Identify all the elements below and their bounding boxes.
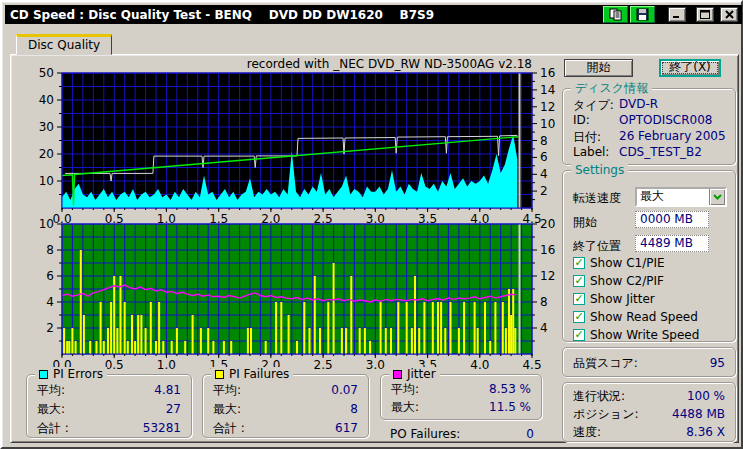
- minimize-icon: [672, 10, 682, 19]
- progress-group: 進行状況:100 % ポジション:4488 MB 速度:8.36 X: [562, 382, 736, 442]
- pi-failures-group: PI Failures 平均:0.07 最大:8 合計 :617: [202, 374, 369, 438]
- svg-text:4.5: 4.5: [522, 358, 541, 369]
- svg-text:12: 12: [540, 100, 555, 114]
- start-position-label: 開始: [573, 214, 597, 231]
- po-failures-label: PO Failures:: [390, 427, 460, 441]
- disc-info-row: Label:CDS_TEST_B2: [573, 145, 702, 159]
- pi-failures-swatch-icon: [215, 370, 224, 379]
- svg-text:50: 50: [39, 66, 54, 80]
- checkbox-check-icon: ✓: [573, 293, 585, 305]
- svg-text:4.0: 4.0: [470, 358, 489, 369]
- svg-text:16: 16: [540, 66, 555, 80]
- svg-text:1.0: 1.0: [157, 358, 176, 369]
- svg-text:12: 12: [540, 269, 555, 283]
- svg-text:8: 8: [46, 243, 54, 257]
- svg-text:4: 4: [46, 295, 54, 309]
- window-title: CD Speed : Disc Quality Test - BENQ DVD …: [5, 8, 601, 22]
- end-position-field[interactable]: 4489 MB: [635, 235, 709, 252]
- quality-score-group: 品質スコア: 95: [562, 347, 736, 377]
- svg-text:4: 4: [540, 321, 548, 335]
- titlebar-buttons: [601, 5, 742, 24]
- save-button[interactable]: [630, 6, 655, 23]
- disc-info-row: タイプ:DVD-R: [573, 97, 658, 114]
- stat-row: 最大:11.5 %: [391, 398, 531, 416]
- progress-row: 進行状況:100 %: [573, 387, 725, 405]
- svg-text:14: 14: [540, 83, 555, 97]
- po-failures-value: 0: [526, 427, 534, 441]
- checkbox-check-icon: ✓: [573, 311, 585, 323]
- svg-text:4: 4: [540, 167, 548, 181]
- svg-text:8: 8: [540, 295, 548, 309]
- maximize-button[interactable]: [696, 7, 714, 22]
- svg-text:2.5: 2.5: [314, 358, 333, 369]
- svg-text:0.5: 0.5: [105, 358, 124, 369]
- jitter-title: Jitter: [407, 367, 436, 381]
- end-position-label: 終了位置: [573, 238, 621, 255]
- copy-to-clipboard-button[interactable]: [603, 6, 628, 23]
- transfer-speed-select[interactable]: 最大: [635, 187, 727, 207]
- checkbox-show-c2-pif[interactable]: ✓Show C2/PIF: [573, 274, 664, 288]
- start-button[interactable]: 開始: [564, 59, 633, 77]
- close-icon: [725, 10, 734, 19]
- save-icon: [636, 8, 649, 21]
- svg-text:2: 2: [46, 321, 54, 335]
- progress-row: 速度:8.36 X: [573, 423, 725, 441]
- disc-info-row: ID:OPTODISCR008: [573, 113, 712, 127]
- svg-text:40: 40: [39, 93, 54, 107]
- svg-text:3.0: 3.0: [366, 358, 385, 369]
- svg-text:6: 6: [540, 150, 548, 164]
- svg-text:10: 10: [39, 217, 54, 231]
- checkbox-show-jitter[interactable]: ✓Show Jitter: [573, 292, 655, 306]
- exit-button[interactable]: 終了(X): [659, 59, 721, 77]
- minimize-button[interactable]: [668, 7, 686, 22]
- quality-score-value: 95: [710, 356, 725, 370]
- jitter-swatch-icon: [393, 370, 402, 379]
- pi-errors-swatch-icon: [39, 370, 48, 379]
- svg-text:20: 20: [39, 147, 54, 161]
- svg-text:10: 10: [39, 174, 54, 188]
- stat-row: 最大:8: [213, 400, 358, 418]
- stat-row: 合計 :53281: [37, 419, 181, 437]
- svg-text:2: 2: [540, 184, 548, 198]
- chevron-down-icon: [713, 194, 722, 200]
- start-position-field[interactable]: 0000 MB: [635, 211, 709, 228]
- svg-text:6: 6: [46, 269, 54, 283]
- svg-text:16: 16: [540, 243, 555, 257]
- stat-row: 平均:4.81: [37, 381, 181, 399]
- stat-row: 平均:8.53 %: [391, 380, 531, 398]
- checkbox-check-icon: ✓: [573, 275, 585, 287]
- copy-icon: [609, 8, 623, 21]
- svg-text:10: 10: [540, 117, 555, 131]
- stat-row: 平均:0.07: [213, 381, 358, 399]
- pi-errors-group: PI Errors 平均:4.81 最大:27 合計 :53281: [26, 374, 192, 438]
- checkbox-check-icon: ✓: [573, 257, 585, 269]
- svg-text:20: 20: [540, 217, 555, 231]
- checkbox-show-write-speed[interactable]: ✓Show Write Speed: [573, 328, 699, 342]
- stat-row: 最大:27: [37, 400, 181, 418]
- transfer-speed-label: 転送速度: [573, 190, 621, 207]
- disc-info-group: ディスク情報 タイプ:DVD-R ID:OPTODISCR008 日付:26 F…: [562, 88, 736, 165]
- checkbox-show-c1-pie[interactable]: ✓Show C1/PIE: [573, 256, 665, 270]
- svg-text:8: 8: [540, 134, 548, 148]
- svg-text:30: 30: [39, 120, 54, 134]
- settings-group: Settings 転送速度 最大 開始 0000 MB 終了位置 4489 MB…: [562, 170, 736, 342]
- checkbox-show-read-speed[interactable]: ✓Show Read Speed: [573, 310, 698, 324]
- quality-score-label: 品質スコア:: [573, 355, 638, 372]
- disc-info-title: ディスク情報: [571, 81, 652, 95]
- maximize-icon: [700, 10, 710, 19]
- pi-failures-jitter-plot: 0.00.51.01.52.02.53.03.54.04.52468104812…: [20, 209, 565, 369]
- settings-title: Settings: [571, 163, 628, 177]
- pi-failures-title: PI Failures: [229, 367, 289, 381]
- close-button[interactable]: [720, 7, 738, 22]
- transfer-speed-value: 最大: [637, 189, 709, 205]
- pi-errors-speed-chart: 0.00.51.01.52.02.53.03.54.04.51020304050…: [20, 58, 565, 231]
- title-bar: CD Speed : Disc Quality Test - BENQ DVD …: [5, 5, 742, 24]
- jitter-group: Jitter 平均:8.53 % 最大:11.5 %: [380, 374, 542, 420]
- app-window: CD Speed : Disc Quality Test - BENQ DVD …: [0, 0, 743, 449]
- checkbox-check-icon: ✓: [573, 329, 585, 341]
- disc-info-row: 日付:26 February 2005: [573, 129, 726, 146]
- stat-row: 合計 :617: [213, 419, 358, 437]
- tab-disc-quality[interactable]: Disc Quality: [16, 34, 112, 55]
- pi-failures-jitter-chart: 0.00.51.01.52.02.53.03.54.04.52468104812…: [20, 209, 565, 372]
- progress-row: ポジション:4488 MB: [573, 405, 725, 423]
